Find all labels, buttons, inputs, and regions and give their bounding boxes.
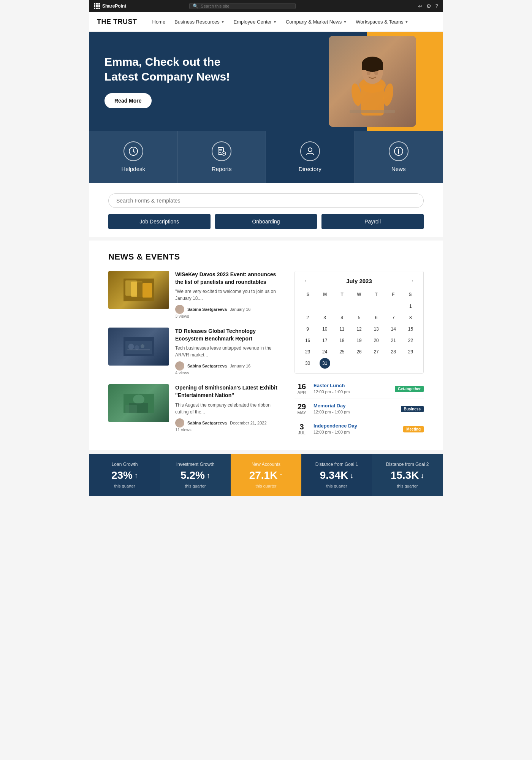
news-item: WISeKey Davos 2023 Event: announces the … (108, 271, 283, 318)
calendar-day[interactable]: 16 (302, 335, 313, 346)
event-month: MAY (294, 410, 309, 415)
stat-period: this quarter (397, 484, 418, 488)
chevron-down-icon: ▼ (343, 20, 347, 24)
calendar-day[interactable]: 9 (302, 324, 313, 334)
hero-cta-button[interactable]: Read More (104, 93, 152, 108)
nav-workspaces-teams[interactable]: Workspaces & Teams ▼ (352, 17, 412, 27)
filter-payroll[interactable]: Payroll (321, 214, 424, 229)
event-details: Memorial Day 12:00 pm - 1:00 pm (314, 403, 396, 414)
grid-icon (94, 3, 100, 9)
nav-workspaces-teams-label: Workspaces & Teams (356, 19, 403, 25)
directory-label: Directory (299, 166, 321, 172)
calendar-day[interactable]: 22 (405, 335, 416, 346)
news-title: WISeKey Davos 2023 Event: announces the … (175, 271, 283, 286)
nav-company-market-news[interactable]: Company & Market News ▼ (282, 17, 350, 27)
event-item: 29 MAY Memorial Day 12:00 pm - 1:00 pm B… (294, 399, 424, 419)
event-title[interactable]: Independence Day (314, 423, 399, 429)
event-title[interactable]: Easter Lunch (314, 383, 390, 388)
svg-rect-4 (362, 64, 383, 70)
calendar-day[interactable]: 27 (371, 347, 382, 357)
stat-label: Distance from Goal 1 (315, 462, 358, 467)
sp-app-name: SharePoint (102, 3, 126, 9)
calendar-day[interactable]: 11 (337, 324, 347, 334)
calendar-day[interactable]: 14 (388, 324, 399, 334)
section-title-news-events: NEWS & EVENTS (108, 252, 424, 262)
calendar-day[interactable]: 25 (337, 347, 347, 357)
calendar-events-panel: ← July 2023 → S M T W T F S (294, 271, 424, 439)
calendar-prev-button[interactable]: ← (301, 276, 313, 286)
clock-icon (124, 141, 143, 161)
stat-card-new-accounts: New Accounts 27.1K ↑ this quarter (231, 454, 301, 496)
calendar-weekdays: S M T W T F S (299, 290, 419, 299)
calendar-day[interactable]: 5 (354, 312, 364, 323)
settings-icon[interactable]: ⚙ (426, 3, 431, 9)
stat-period: this quarter (326, 484, 347, 488)
calendar-day[interactable]: 7 (388, 312, 399, 323)
calendar-day[interactable]: 26 (354, 347, 364, 357)
calendar-day[interactable]: 6 (371, 312, 382, 323)
calendar-day[interactable]: 19 (354, 335, 364, 346)
nav-employee-center-label: Employee Center (234, 19, 272, 25)
calendar-day[interactable]: 30 (302, 358, 313, 369)
calendar-day[interactable]: 20 (371, 335, 382, 346)
help-icon[interactable]: ? (435, 3, 438, 9)
calendar-next-button[interactable]: → (405, 276, 417, 286)
event-item: 16 APR Easter Lunch 12:00 pm - 1:00 pm G… (294, 379, 424, 399)
forms-search-input[interactable] (108, 193, 424, 208)
calendar-day[interactable]: 12 (354, 324, 364, 334)
reports-label: Reports (212, 166, 232, 172)
svg-rect-28 (142, 283, 152, 298)
calendar-day[interactable]: 15 (405, 324, 416, 334)
filter-onboarding[interactable]: Onboarding (215, 214, 317, 229)
stat-value: 23% ↑ (111, 469, 138, 481)
event-time: 12:00 pm - 1:00 pm (314, 410, 396, 414)
calendar-day[interactable]: 13 (371, 324, 382, 334)
chevron-down-icon: ▼ (221, 20, 225, 24)
calendar-day[interactable]: 8 (405, 312, 416, 323)
calendar-day[interactable]: 17 (320, 335, 330, 346)
nav-employee-center[interactable]: Employee Center ▼ (230, 17, 280, 27)
stat-label: Distance from Goal 2 (386, 462, 429, 467)
calendar-day[interactable]: 2 (302, 312, 313, 323)
svg-point-32 (135, 345, 139, 350)
calendar-day[interactable]: 3 (320, 312, 330, 323)
stat-value: 9.34K ↓ (320, 469, 354, 481)
sp-search-bar[interactable]: 🔍 (189, 3, 296, 9)
calendar-day[interactable]: 21 (388, 335, 399, 346)
stats-section: Loan Growth 23% ↑ this quarter Investmen… (89, 454, 443, 496)
calendar-day[interactable]: 29 (405, 347, 416, 357)
news-excerpt: Tech businesses leave untapped revenue i… (175, 345, 283, 358)
nav-home-label: Home (152, 19, 166, 25)
stat-number: 27.1K (249, 469, 278, 481)
stat-value: 15.3K ↓ (391, 469, 424, 481)
calendar-day[interactable]: 18 (337, 335, 347, 346)
calendar-day[interactable]: 10 (320, 324, 330, 334)
stat-arrow-up: ↑ (134, 471, 138, 480)
quick-link-helpdesk[interactable]: Helpdesk (89, 131, 178, 183)
calendar-day[interactable]: 24 (320, 347, 330, 357)
quick-link-news[interactable]: News (355, 131, 443, 183)
news-events-grid: WISeKey Davos 2023 Event: announces the … (108, 271, 424, 439)
filter-job-descriptions[interactable]: Job Descriptions (108, 214, 211, 229)
news-author: Sabina Saetgareeva (187, 307, 227, 312)
calendar-widget: ← July 2023 → S M T W T F S (294, 271, 424, 374)
sp-search-input[interactable] (201, 4, 292, 8)
svg-point-20 (308, 148, 312, 152)
event-badge: Business (401, 406, 424, 412)
news-meta: Sabina Saetgareeva January 16 (175, 361, 283, 370)
quick-link-directory[interactable]: Directory (266, 131, 355, 183)
stat-label: Investment Growth (176, 462, 215, 467)
nav-business-resources[interactable]: Business Resources ▼ (171, 17, 228, 27)
nav-home[interactable]: Home (149, 17, 169, 27)
calendar-day[interactable]: 28 (388, 347, 399, 357)
quick-link-reports[interactable]: Reports (178, 131, 266, 183)
news-title: Opening of Smithsonian's Latest Exhibit … (175, 384, 283, 399)
calendar-day[interactable]: 4 (337, 312, 347, 323)
calendar-day[interactable]: 31 (320, 358, 330, 369)
calendar-day[interactable]: 23 (302, 347, 313, 357)
reply-icon[interactable]: ↩ (418, 3, 423, 9)
event-title[interactable]: Memorial Day (314, 403, 396, 408)
person-icon (300, 141, 320, 161)
calendar-day[interactable]: 1 (405, 301, 416, 312)
reports-icon (212, 141, 231, 161)
